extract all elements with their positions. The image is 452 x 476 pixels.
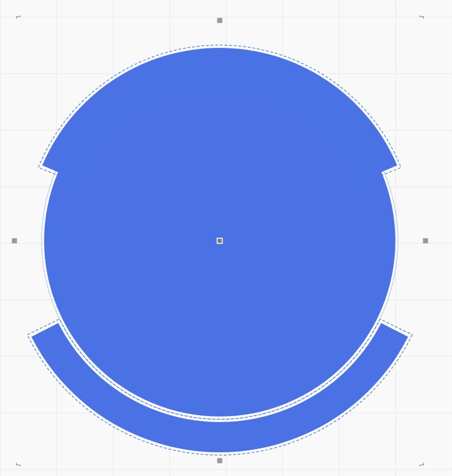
design-canvas[interactable]	[0, 0, 452, 476]
handle-bottom[interactable]	[217, 458, 223, 463]
rotate-handle-bottom-right[interactable]	[415, 456, 426, 468]
rotate-handle-top-left[interactable]	[14, 14, 25, 25]
handle-right[interactable]	[423, 238, 428, 244]
handle-center[interactable]	[217, 238, 223, 244]
rotate-handle-bottom-left[interactable]	[14, 456, 25, 468]
handle-left[interactable]	[12, 238, 17, 244]
rotate-handle-top-right[interactable]	[415, 14, 426, 25]
handle-top[interactable]	[217, 18, 223, 23]
